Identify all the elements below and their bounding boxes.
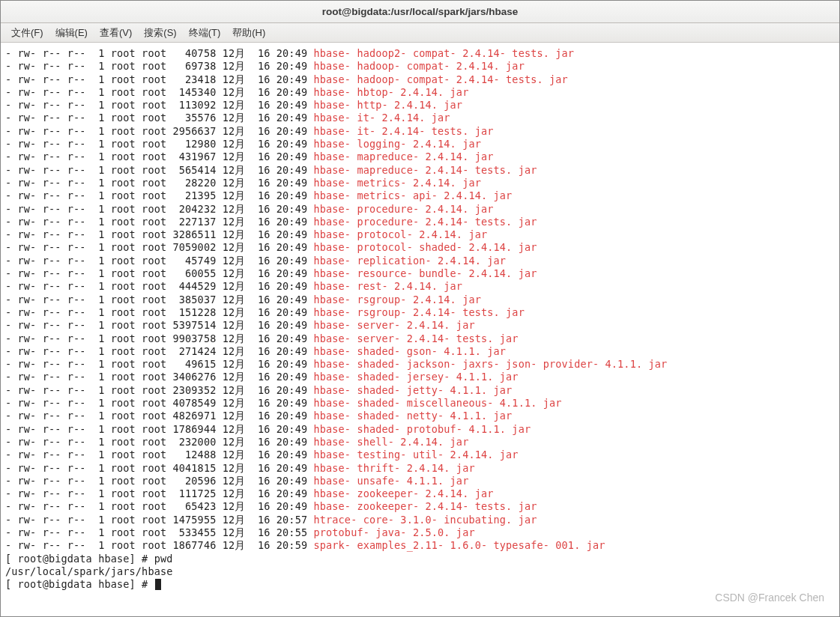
ls-row: - rw- r-- r-- 1 root root 271424 12月 16 … bbox=[5, 345, 835, 358]
prompt-line-pwd: [ root@bigdata hbase] # pwd bbox=[5, 553, 835, 565]
ls-row: - rw- r-- r-- 1 root root 3406276 12月 16… bbox=[5, 371, 835, 383]
ls-row: - rw- r-- r-- 1 root root 12488 12月 16 2… bbox=[5, 449, 835, 461]
ls-row: - rw- r-- r-- 1 root root 565414 12月 16 … bbox=[5, 164, 835, 177]
ls-row: - rw- r-- r-- 1 root root 60055 12月 16 2… bbox=[5, 267, 835, 280]
pwd-output: /usr/local/spark/jars/hbase bbox=[5, 565, 835, 578]
ls-row-attrs: - rw- r-- r-- 1 root root 5397514 12月 16… bbox=[5, 319, 313, 331]
ls-row-filename: hbase- shaded- jetty- 4.1.1. jar bbox=[313, 384, 512, 396]
ls-row: - rw- r-- r-- 1 root root 23418 12月 16 2… bbox=[5, 73, 835, 86]
ls-row-filename: hbase- mapreduce- 2.4.14- tests. jar bbox=[313, 164, 537, 176]
ls-row-filename: hbase- hbtop- 2.4.14. jar bbox=[313, 86, 468, 98]
ls-row: - rw- r-- r-- 1 root root 151228 12月 16 … bbox=[5, 306, 835, 319]
ls-row: - rw- r-- r-- 1 root root 232000 12月 16 … bbox=[5, 436, 835, 449]
ls-row-attrs: - rw- r-- r-- 1 root root 444529 12月 16 … bbox=[5, 280, 313, 292]
ls-row: - rw- r-- r-- 1 root root 444529 12月 16 … bbox=[5, 280, 835, 293]
ls-row: - rw- r-- r-- 1 root root 7059002 12月 16… bbox=[5, 241, 835, 254]
ls-row-attrs: - rw- r-- r-- 1 root root 2956637 12月 16… bbox=[5, 125, 313, 137]
ls-row-attrs: - rw- r-- r-- 1 root root 12488 12月 16 2… bbox=[5, 449, 313, 461]
ls-row-attrs: - rw- r-- r-- 1 root root 9903758 12月 16… bbox=[5, 332, 313, 344]
ls-row-attrs: - rw- r-- r-- 1 root root 271424 12月 16 … bbox=[5, 345, 313, 357]
ls-row: - rw- r-- r-- 1 root root 2956637 12月 16… bbox=[5, 125, 835, 138]
ls-row-filename: hbase- replication- 2.4.14. jar bbox=[313, 255, 506, 267]
ls-row-attrs: - rw- r-- r-- 1 root root 431967 12月 16 … bbox=[5, 151, 313, 162]
ls-row-filename: hbase- it- 2.4.14- tests. jar bbox=[313, 125, 493, 137]
ls-row-filename: hbase- shaded- miscellaneous- 4.1.1. jar bbox=[313, 397, 561, 409]
ls-row-attrs: - rw- r-- r-- 1 root root 60055 12月 16 2… bbox=[5, 267, 313, 279]
ls-row-attrs: - rw- r-- r-- 1 root root 227137 12月 16 … bbox=[5, 216, 313, 228]
ls-row: - rw- r-- r-- 1 root root 533455 12月 16 … bbox=[5, 526, 835, 539]
ls-row: - rw- r-- r-- 1 root root 111725 12月 16 … bbox=[5, 487, 835, 500]
window-title: root@bigdata:/usr/local/spark/jars/hbase bbox=[322, 6, 519, 17]
ls-row: - rw- r-- r-- 1 root root 4826971 12月 16… bbox=[5, 410, 835, 422]
ls-row-filename: hbase- rsgroup- 2.4.14. jar bbox=[313, 294, 481, 306]
ls-row-filename: hbase- metrics- 2.4.14. jar bbox=[313, 177, 481, 189]
ls-row-filename: hbase- hadoop- compat- 2.4.14. jar bbox=[313, 60, 524, 72]
ls-row-filename: hbase- shaded- jackson- jaxrs- json- pro… bbox=[313, 358, 667, 370]
ls-row-attrs: - rw- r-- r-- 1 root root 2309352 12月 16… bbox=[5, 384, 313, 396]
ls-row-filename: htrace- core- 3.1.0- incubating. jar bbox=[313, 514, 537, 526]
ls-row: - rw- r-- r-- 1 root root 2309352 12月 16… bbox=[5, 384, 835, 397]
ls-row: - rw- r-- r-- 1 root root 28220 12月 16 2… bbox=[5, 177, 835, 189]
ls-row-filename: spark- examples_2.11- 1.6.0- typesafe- 0… bbox=[313, 539, 605, 551]
ls-row-filename: hbase- metrics- api- 2.4.14. jar bbox=[313, 189, 512, 201]
ls-row-attrs: - rw- r-- r-- 1 root root 28220 12月 16 2… bbox=[5, 177, 313, 189]
ls-row-attrs: - rw- r-- r-- 1 root root 7059002 12月 16… bbox=[5, 241, 313, 253]
ls-row: - rw- r-- r-- 1 root root 49615 12月 16 2… bbox=[5, 358, 835, 371]
ls-row: - rw- r-- r-- 1 root root 145340 12月 16 … bbox=[5, 86, 835, 99]
ls-row-attrs: - rw- r-- r-- 1 root root 65423 12月 16 2… bbox=[5, 500, 313, 512]
ls-row-filename: hbase- protocol- shaded- 2.4.14. jar bbox=[313, 241, 537, 253]
ls-row: - rw- r-- r-- 1 root root 227137 12月 16 … bbox=[5, 216, 835, 228]
ls-row: - rw- r-- r-- 1 root root 65423 12月 16 2… bbox=[5, 500, 835, 513]
ls-row-filename: hbase- http- 2.4.14. jar bbox=[313, 99, 462, 111]
ls-row-attrs: - rw- r-- r-- 1 root root 232000 12月 16 … bbox=[5, 436, 313, 448]
ls-row-filename: hbase- hadoop2- compat- 2.4.14- tests. j… bbox=[313, 47, 574, 59]
ls-row-filename: hbase- mapreduce- 2.4.14. jar bbox=[313, 151, 493, 162]
ls-row-attrs: - rw- r-- r-- 1 root root 3406276 12月 16… bbox=[5, 371, 313, 383]
ls-row: - rw- r-- r-- 1 root root 3286511 12月 16… bbox=[5, 228, 835, 241]
menu-edit[interactable]: 编辑(E) bbox=[51, 25, 92, 41]
ls-row-filename: hbase- rest- 2.4.14. jar bbox=[313, 280, 462, 292]
cursor-icon bbox=[155, 579, 161, 590]
ls-row: - rw- r-- r-- 1 root root 21395 12月 16 2… bbox=[5, 189, 835, 202]
ls-row-filename: protobuf- java- 2.5.0. jar bbox=[313, 526, 474, 538]
ls-row-filename: hbase- shaded- gson- 4.1.1. jar bbox=[313, 345, 506, 357]
ls-row: - rw- r-- r-- 1 root root 204232 12月 16 … bbox=[5, 203, 835, 216]
ls-row: - rw- r-- r-- 1 root root 1475955 12月 16… bbox=[5, 514, 835, 526]
ls-row: - rw- r-- r-- 1 root root 4041815 12月 16… bbox=[5, 462, 835, 475]
prompt-text: [ root@bigdata hbase] # bbox=[5, 578, 154, 590]
ls-row-attrs: - rw- r-- r-- 1 root root 565414 12月 16 … bbox=[5, 164, 313, 176]
ls-row-attrs: - rw- r-- r-- 1 root root 12980 12月 16 2… bbox=[5, 138, 313, 150]
ls-row-attrs: - rw- r-- r-- 1 root root 69738 12月 16 2… bbox=[5, 60, 313, 72]
ls-row: - rw- r-- r-- 1 root root 69738 12月 16 2… bbox=[5, 60, 835, 73]
window-titlebar[interactable]: root@bigdata:/usr/local/spark/jars/hbase bbox=[1, 1, 839, 23]
menu-search[interactable]: 搜索(S) bbox=[139, 25, 181, 41]
ls-row-attrs: - rw- r-- r-- 1 root root 145340 12月 16 … bbox=[5, 86, 313, 98]
prompt-line-active[interactable]: [ root@bigdata hbase] # bbox=[5, 578, 835, 591]
ls-row-attrs: - rw- r-- r-- 1 root root 113092 12月 16 … bbox=[5, 99, 313, 111]
ls-row-filename: hbase- thrift- 2.4.14. jar bbox=[313, 462, 474, 474]
ls-row-attrs: - rw- r-- r-- 1 root root 111725 12月 16 … bbox=[5, 487, 313, 499]
ls-row-attrs: - rw- r-- r-- 1 root root 1867746 12月 16… bbox=[5, 539, 313, 551]
terminal-output[interactable]: - rw- r-- r-- 1 root root 40758 12月 16 2… bbox=[1, 43, 839, 594]
ls-row: - rw- r-- r-- 1 root root 385037 12月 16 … bbox=[5, 294, 835, 306]
ls-row-filename: hbase- shaded- netty- 4.1.1. jar bbox=[313, 410, 512, 422]
menu-view[interactable]: 查看(V) bbox=[95, 25, 136, 41]
ls-row-attrs: - rw- r-- r-- 1 root root 49615 12月 16 2… bbox=[5, 358, 313, 370]
ls-row-filename: hbase- logging- 2.4.14. jar bbox=[313, 138, 481, 150]
ls-row-attrs: - rw- r-- r-- 1 root root 3286511 12月 16… bbox=[5, 228, 313, 240]
ls-row-filename: hbase- procedure- 2.4.14- tests. jar bbox=[313, 216, 537, 228]
ls-row-attrs: - rw- r-- r-- 1 root root 35576 12月 16 2… bbox=[5, 112, 313, 124]
ls-row-attrs: - rw- r-- r-- 1 root root 151228 12月 16 … bbox=[5, 306, 313, 318]
ls-row: - rw- r-- r-- 1 root root 9903758 12月 16… bbox=[5, 332, 835, 345]
ls-row-attrs: - rw- r-- r-- 1 root root 533455 12月 16 … bbox=[5, 526, 313, 538]
menubar: 文件(F) 编辑(E) 查看(V) 搜索(S) 终端(T) 帮助(H) bbox=[1, 23, 839, 43]
menu-help[interactable]: 帮助(H) bbox=[228, 25, 270, 41]
ls-row-filename: hbase- hadoop- compat- 2.4.14- tests. ja… bbox=[313, 73, 567, 85]
ls-row-attrs: - rw- r-- r-- 1 root root 385037 12月 16 … bbox=[5, 294, 313, 306]
ls-row-attrs: - rw- r-- r-- 1 root root 4041815 12月 16… bbox=[5, 462, 313, 474]
menu-file[interactable]: 文件(F) bbox=[7, 25, 48, 41]
ls-row: - rw- r-- r-- 1 root root 5397514 12月 16… bbox=[5, 319, 835, 332]
ls-row-filename: hbase- rsgroup- 2.4.14- tests. jar bbox=[313, 306, 524, 318]
menu-terminal[interactable]: 终端(T) bbox=[184, 25, 226, 41]
ls-row-filename: hbase- resource- bundle- 2.4.14. jar bbox=[313, 267, 537, 279]
